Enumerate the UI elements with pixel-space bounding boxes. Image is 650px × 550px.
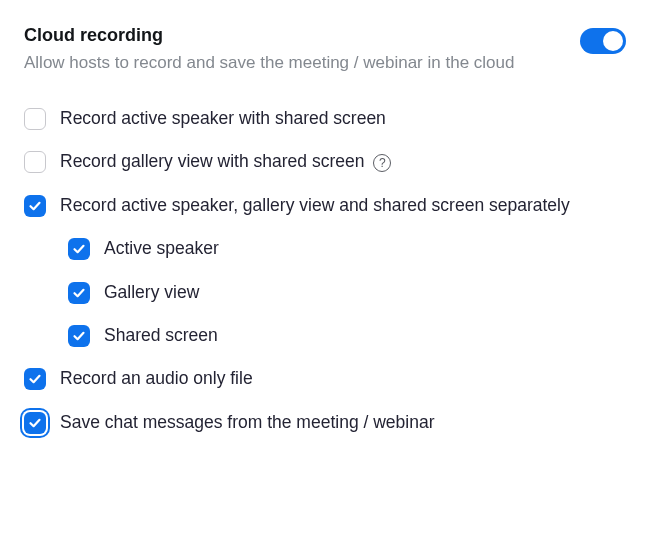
label-shared-screen: Shared screen bbox=[104, 323, 218, 348]
option-active-speaker[interactable]: Active speaker bbox=[24, 236, 626, 261]
checkbox-record-gallery-shared[interactable] bbox=[24, 151, 46, 173]
cloud-recording-toggle[interactable] bbox=[580, 28, 626, 54]
label-record-active-speaker-shared: Record active speaker with shared screen bbox=[60, 106, 386, 131]
label-record-gallery-shared: Record gallery view with shared screen ? bbox=[60, 149, 391, 174]
option-record-gallery-shared[interactable]: Record gallery view with shared screen ? bbox=[24, 149, 626, 174]
check-icon bbox=[72, 286, 86, 300]
check-icon bbox=[72, 242, 86, 256]
option-audio-only[interactable]: Record an audio only file bbox=[24, 366, 626, 391]
checkbox-record-active-speaker-shared[interactable] bbox=[24, 108, 46, 130]
checkbox-record-separately[interactable] bbox=[24, 195, 46, 217]
option-gallery-view[interactable]: Gallery view bbox=[24, 280, 626, 305]
option-save-chat[interactable]: Save chat messages from the meeting / we… bbox=[24, 410, 626, 435]
label-audio-only: Record an audio only file bbox=[60, 366, 253, 391]
label-record-separately: Record active speaker, gallery view and … bbox=[60, 193, 570, 218]
checkbox-audio-only[interactable] bbox=[24, 368, 46, 390]
checkbox-shared-screen[interactable] bbox=[68, 325, 90, 347]
option-record-separately[interactable]: Record active speaker, gallery view and … bbox=[24, 193, 626, 218]
option-shared-screen[interactable]: Shared screen bbox=[24, 323, 626, 348]
checkbox-active-speaker[interactable] bbox=[68, 238, 90, 260]
check-icon bbox=[72, 329, 86, 343]
label-active-speaker: Active speaker bbox=[104, 236, 219, 261]
section-title: Cloud recording bbox=[24, 24, 514, 47]
option-record-active-speaker-shared[interactable]: Record active speaker with shared screen bbox=[24, 106, 626, 131]
label-record-gallery-shared-text: Record gallery view with shared screen bbox=[60, 151, 364, 171]
checkbox-save-chat[interactable] bbox=[24, 412, 46, 434]
label-gallery-view: Gallery view bbox=[104, 280, 199, 305]
check-icon bbox=[28, 372, 42, 386]
checkbox-gallery-view[interactable] bbox=[68, 282, 90, 304]
help-icon[interactable]: ? bbox=[373, 154, 391, 172]
check-icon bbox=[28, 199, 42, 213]
section-subtitle: Allow hosts to record and save the meeti… bbox=[24, 51, 514, 76]
label-save-chat: Save chat messages from the meeting / we… bbox=[60, 410, 435, 435]
check-icon bbox=[28, 416, 42, 430]
